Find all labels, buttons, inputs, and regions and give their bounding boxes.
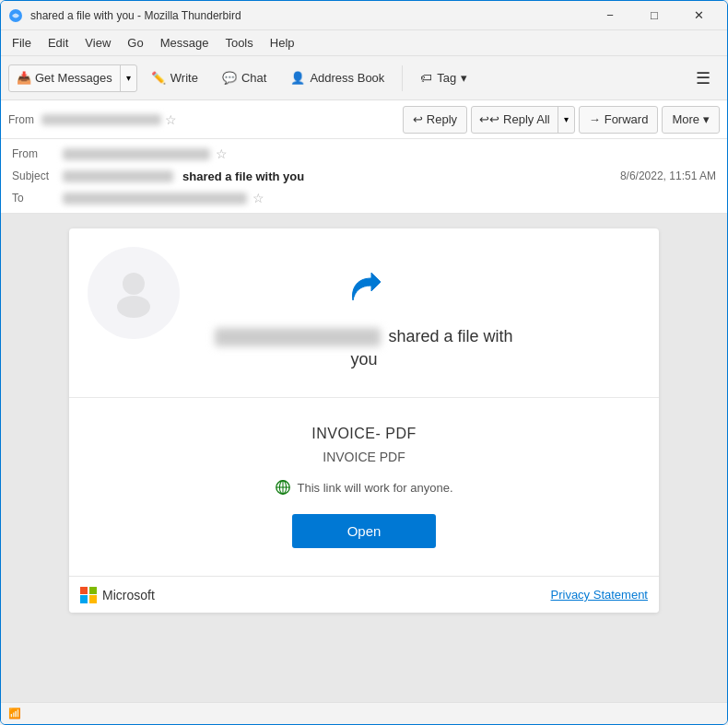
maximize-button[interactable]: □ [633, 1, 675, 30]
link-notice: This link will work for anyone. [275, 479, 452, 496]
from-label-inline: From [8, 113, 34, 126]
subject-sender-blurred [63, 170, 173, 182]
ms-red [80, 587, 88, 594]
sender-name-blurred [215, 328, 381, 346]
email-card-top: shared a file with you [69, 228, 659, 398]
forward-label: Forward [605, 112, 649, 126]
app-icon [8, 8, 23, 23]
from-label: From [12, 147, 63, 160]
link-notice-text: This link will work for anyone. [297, 481, 452, 495]
address-book-button[interactable]: 👤 Address Book [280, 62, 394, 95]
close-button[interactable]: ✕ [677, 1, 720, 30]
window-title: shared a file with you - Mozilla Thunder… [30, 9, 589, 22]
more-dropdown-icon: ▾ [703, 112, 710, 126]
toolbar-separator [402, 65, 403, 91]
invoice-subtitle: INVOICE PDF [323, 450, 405, 464]
chat-button[interactable]: 💬 Chat [212, 62, 276, 95]
from-value: ☆ [63, 146, 716, 161]
globe-icon [275, 479, 291, 496]
menu-view[interactable]: View [77, 32, 118, 53]
recipient-email-blurred [63, 193, 247, 205]
main-window: shared a file with you - Mozilla Thunder… [0, 0, 728, 725]
email-metadata: From ☆ Subject shared a file with you 8/… [1, 139, 727, 214]
tag-dropdown-icon: ▾ [461, 71, 467, 85]
write-label: Write [170, 71, 198, 85]
address-book-label: Address Book [310, 71, 384, 85]
menu-help[interactable]: Help [263, 32, 302, 53]
get-messages-label: Get Messages [35, 71, 112, 85]
minimize-button[interactable]: − [589, 1, 631, 30]
reply-label: Reply [427, 112, 457, 126]
ms-green [89, 587, 97, 594]
reply-icon: ↩ [413, 112, 423, 126]
to-row: To ☆ [12, 187, 716, 209]
from-value-blurred [41, 114, 161, 125]
sender-message-line: shared a file with [215, 327, 512, 346]
subject-text: shared a file with you [182, 170, 304, 183]
microsoft-label: Microsoft [102, 588, 155, 602]
window-controls: − □ ✕ [589, 1, 720, 30]
svg-point-2 [117, 296, 150, 318]
menu-bar: File Edit View Go Message Tools Help [1, 30, 727, 56]
email-actions-bar: From ☆ ↩ Reply ↩↩ Reply All ▾ → Forward … [1, 100, 727, 139]
microsoft-logo: Microsoft [80, 587, 155, 603]
to-value: ☆ [63, 191, 716, 205]
main-toolbar: 📥 Get Messages ▾ ✏️ Write 💬 Chat 👤 Addre… [1, 56, 727, 100]
menu-message[interactable]: Message [153, 32, 217, 53]
menu-file[interactable]: File [5, 32, 39, 53]
forward-icon: → [589, 112, 601, 126]
email-content-area: riskco [1, 214, 727, 702]
sender-email-blurred [63, 148, 210, 160]
reply-all-label: Reply All [503, 112, 550, 126]
get-messages-dropdown[interactable]: ▾ [121, 65, 136, 91]
email-card: shared a file with you INVOICE- PDF INVO… [69, 228, 659, 613]
chat-icon: 💬 [222, 71, 237, 85]
tag-button[interactable]: 🏷 Tag ▾ [410, 62, 477, 95]
ms-blue [80, 595, 88, 602]
invoice-title: INVOICE- PDF [311, 426, 417, 442]
write-button[interactable]: ✏️ Write [141, 62, 208, 95]
more-label: More [672, 112, 699, 126]
subject-row: Subject shared a file with you 8/6/2022,… [12, 165, 716, 187]
title-bar: shared a file with you - Mozilla Thunder… [1, 1, 727, 30]
message-text: shared a file with [388, 327, 512, 346]
menu-go[interactable]: Go [120, 32, 150, 53]
ms-yellow [89, 595, 97, 602]
reply-all-button[interactable]: ↩↩ Reply All [472, 107, 558, 133]
reply-all-icon: ↩↩ [479, 112, 499, 126]
share-icon-container [342, 265, 386, 312]
svg-point-1 [123, 273, 145, 295]
chat-label: Chat [241, 71, 266, 85]
get-messages-control: 📥 Get Messages ▾ [8, 64, 137, 92]
email-card-bottom: INVOICE- PDF INVOICE PDF This link will … [69, 398, 659, 576]
subject-value: shared a file with you [63, 170, 620, 183]
reply-button[interactable]: ↩ Reply [403, 106, 467, 134]
recipient-star[interactable]: ☆ [252, 191, 264, 205]
status-bar: 📶 [1, 702, 727, 724]
menu-tools[interactable]: Tools [217, 32, 260, 53]
open-button[interactable]: Open [292, 514, 437, 548]
privacy-statement-link[interactable]: Privacy Statement [551, 588, 649, 602]
ms-grid-icon [80, 587, 97, 603]
reply-all-dropdown[interactable]: ▾ [558, 107, 574, 133]
wifi-icon: 📶 [8, 707, 21, 719]
sender-star[interactable]: ☆ [216, 146, 228, 161]
write-icon: ✏️ [151, 71, 166, 85]
reply-all-control: ↩↩ Reply All ▾ [471, 106, 575, 134]
address-book-icon: 👤 [290, 71, 305, 85]
menu-edit[interactable]: Edit [41, 32, 76, 53]
share-icon [342, 265, 386, 310]
more-button[interactable]: More ▾ [662, 106, 720, 134]
from-row: From ☆ [12, 143, 716, 165]
email-date: 8/6/2022, 11:51 AM [620, 170, 716, 182]
message-you: you [350, 350, 377, 369]
hamburger-menu-button[interactable]: ☰ [687, 62, 720, 95]
get-messages-icon: 📥 [17, 71, 31, 85]
get-messages-button[interactable]: 📥 Get Messages [9, 65, 121, 91]
email-card-footer: Microsoft Privacy Statement [69, 576, 659, 613]
subject-label: Subject [12, 170, 63, 182]
avatar-watermark [88, 247, 180, 339]
from-star-icon[interactable]: ☆ [165, 112, 177, 127]
to-label: To [12, 192, 63, 205]
forward-button[interactable]: → Forward [579, 106, 659, 134]
